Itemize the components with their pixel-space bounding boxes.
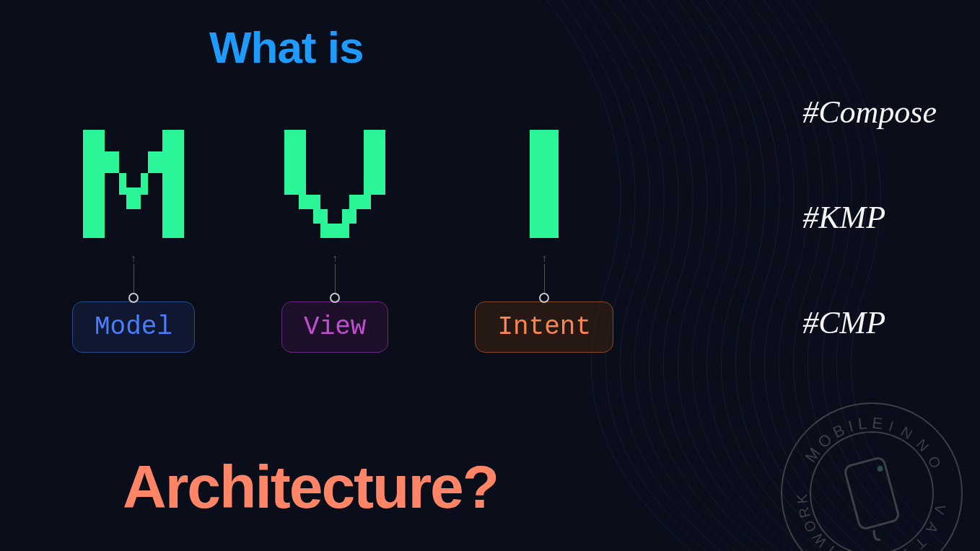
label-model: Model: [72, 301, 195, 353]
svg-rect-3: [148, 151, 162, 173]
mvi-container: ↑ Model ↑ View: [72, 130, 613, 353]
mvi-item-intent: ↑ Intent: [475, 130, 613, 353]
svg-rect-7: [284, 130, 306, 195]
svg-rect-0: [83, 130, 105, 238]
arrow-up-icon: ↑: [542, 252, 547, 264]
circle-icon: [330, 293, 340, 303]
letter-v-icon: [284, 130, 385, 238]
svg-rect-1: [162, 130, 184, 238]
circle-icon: [128, 293, 139, 303]
tag-compose: #Compose: [802, 94, 937, 131]
svg-rect-21: [844, 457, 899, 529]
mvi-item-model: ↑ Model: [72, 130, 195, 353]
mvi-item-view: ↑ View: [281, 130, 388, 353]
svg-rect-13: [320, 224, 349, 238]
heading-top: What is: [209, 22, 363, 73]
circle-icon: [539, 293, 549, 303]
arrow-up-icon: ↑: [333, 252, 338, 264]
heading-bottom: Architecture?: [123, 452, 498, 522]
stamp-logo: MOBILE I N N O V A T I O N NETWORK: [778, 400, 966, 551]
svg-rect-12: [342, 209, 356, 224]
letter-m-icon: [83, 130, 184, 238]
svg-point-22: [877, 465, 884, 472]
svg-text:I N N O: I N N O: [887, 418, 945, 472]
arrow-up-icon: ↑: [131, 252, 136, 264]
svg-rect-5: [141, 173, 148, 195]
svg-rect-4: [119, 173, 126, 195]
label-intent: Intent: [475, 301, 613, 353]
svg-rect-14: [530, 130, 559, 238]
connector: ↑: [330, 252, 340, 303]
svg-rect-10: [349, 195, 371, 209]
svg-rect-2: [105, 151, 119, 173]
connector: ↑: [128, 252, 139, 303]
connector: ↑: [539, 252, 549, 303]
svg-point-16: [810, 432, 933, 551]
svg-rect-8: [364, 130, 385, 195]
label-view: View: [281, 301, 388, 353]
letter-i-icon: [530, 130, 559, 238]
tags-list: #Compose #KMP #CMP: [802, 94, 937, 341]
svg-rect-6: [126, 188, 141, 209]
tag-kmp: #KMP: [802, 199, 937, 236]
svg-rect-9: [299, 195, 320, 209]
svg-rect-11: [313, 209, 328, 224]
tag-cmp: #CMP: [802, 304, 937, 341]
